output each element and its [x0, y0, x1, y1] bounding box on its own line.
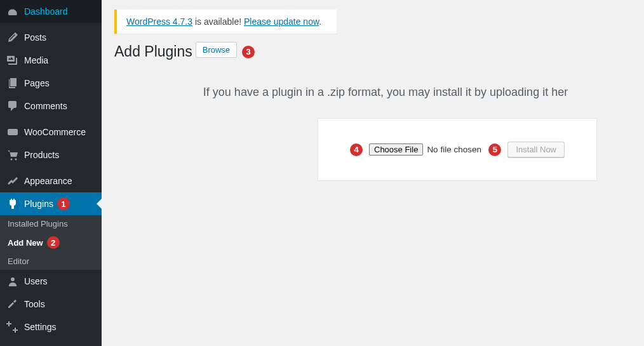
sidebar-item-media[interactable]: Media	[0, 49, 102, 72]
browse-button[interactable]: Browse	[196, 42, 237, 58]
sidebar-item-label: Pages	[24, 78, 50, 88]
users-icon	[6, 275, 19, 288]
submenu-label: Installed Plugins	[8, 219, 68, 229]
admin-sidebar: Dashboard Posts Media Pages Comments Woo…	[0, 0, 102, 346]
plugins-submenu: Installed Plugins Add New 2 Editor	[0, 215, 102, 270]
svg-rect-0	[8, 129, 18, 135]
annotation-badge-5: 5	[488, 143, 501, 156]
svg-point-1	[11, 159, 13, 161]
comments-icon	[6, 100, 19, 112]
dashboard-icon	[6, 5, 19, 18]
wordpress-version-link[interactable]: WordPress 4.7.3	[126, 17, 192, 27]
page-icon	[6, 77, 19, 90]
update-now-link[interactable]: Please update now	[244, 17, 319, 27]
tools-icon	[6, 298, 19, 310]
sidebar-item-label: Appearance	[24, 176, 72, 186]
annotation-badge-4: 4	[350, 143, 363, 156]
products-icon	[6, 149, 19, 161]
sidebar-item-label: Posts	[24, 32, 46, 43]
page-title: Add Plugins	[114, 43, 192, 60]
submenu-label: Editor	[8, 256, 29, 266]
sidebar-item-comments[interactable]: Comments	[0, 95, 102, 117]
sidebar-item-label: WooCommerce	[24, 127, 86, 137]
sidebar-item-label: Dashboard	[24, 6, 68, 17]
sidebar-item-woocommerce[interactable]: WooCommerce	[0, 121, 102, 143]
sidebar-item-label: Plugins	[24, 199, 53, 209]
annotation-badge-3: 3	[242, 46, 255, 58]
sidebar-item-label: Tools	[24, 299, 45, 309]
woocommerce-icon	[6, 126, 19, 138]
upload-instructions: If you have a plugin in a .zip format, y…	[140, 86, 631, 99]
settings-icon	[6, 321, 19, 333]
choose-file-button[interactable]: Choose File	[369, 143, 423, 156]
submenu-installed-plugins[interactable]: Installed Plugins	[0, 215, 102, 232]
submenu-editor[interactable]: Editor	[0, 253, 102, 270]
file-input-group: 4 Choose File No file chosen	[350, 143, 481, 156]
install-now-button[interactable]: Install Now	[507, 142, 565, 157]
install-group: 5 Install Now	[488, 142, 565, 157]
sidebar-item-users[interactable]: Users	[0, 270, 102, 293]
sidebar-item-posts[interactable]: Posts	[0, 26, 102, 49]
upload-form: 4 Choose File No file chosen 5 Install N…	[318, 118, 597, 181]
sidebar-item-tools[interactable]: Tools	[0, 293, 102, 316]
sidebar-item-dashboard[interactable]: Dashboard	[0, 0, 102, 23]
submenu-label: Add New	[8, 238, 43, 248]
sidebar-item-label: Products	[24, 150, 59, 160]
update-notice: WordPress 4.7.3 is available! Please upd…	[114, 10, 337, 34]
media-icon	[6, 54, 19, 67]
svg-point-2	[15, 159, 17, 161]
notice-period: .	[319, 17, 321, 27]
annotation-badge-2: 2	[47, 236, 60, 249]
plugin-icon	[6, 197, 19, 210]
sidebar-item-products[interactable]: Products	[0, 143, 102, 166]
sidebar-item-label: Users	[24, 276, 48, 286]
sidebar-item-appearance[interactable]: Appearance	[0, 170, 102, 192]
svg-point-3	[11, 277, 15, 281]
pin-icon	[6, 31, 19, 44]
sidebar-item-pages[interactable]: Pages	[0, 72, 102, 95]
sidebar-item-label: Media	[24, 55, 48, 65]
sidebar-item-label: Settings	[24, 322, 57, 332]
sidebar-item-plugins[interactable]: Plugins 1	[0, 192, 102, 215]
notice-text: is available!	[192, 17, 244, 27]
annotation-badge-1: 1	[57, 197, 70, 210]
page-header: Add Plugins Browse 3	[114, 43, 631, 60]
sidebar-item-label: Comments	[24, 101, 67, 111]
main-content: WordPress 4.7.3 is available! Please upd…	[102, 0, 644, 194]
appearance-icon	[6, 175, 19, 187]
sidebar-item-settings[interactable]: Settings	[0, 316, 102, 338]
file-status-text: No file chosen	[427, 145, 481, 154]
submenu-add-new[interactable]: Add New 2	[0, 232, 102, 253]
